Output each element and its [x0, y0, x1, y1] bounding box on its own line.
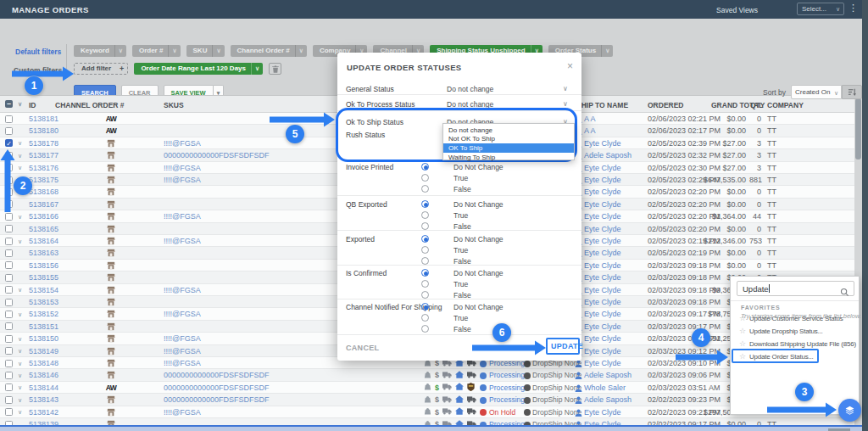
- row-checkbox[interactable]: [5, 347, 13, 355]
- sku-link[interactable]: 0000000000000FDSFSDFSDF: [164, 151, 270, 160]
- radio-false[interactable]: [421, 325, 429, 333]
- row-checkbox[interactable]: [5, 164, 13, 171]
- ship-to-name-link[interactable]: Eyte Clyde: [584, 322, 621, 331]
- order-id-link[interactable]: 5138156: [29, 261, 58, 270]
- order-id-link[interactable]: 5138144: [29, 383, 58, 392]
- header-company[interactable]: COMPANY: [767, 101, 804, 109]
- order-id-link[interactable]: 5138177: [29, 151, 58, 160]
- favorite-item-update-order-status-[interactable]: ☆Update Order Status...: [731, 350, 859, 363]
- radio-false[interactable]: [421, 257, 429, 265]
- star-icon[interactable]: ☆: [739, 352, 746, 361]
- ship-to-name-link[interactable]: Eyte Clyde: [584, 310, 621, 318]
- order-id-link[interactable]: 5138168: [29, 188, 58, 196]
- ship-to-name-link[interactable]: Eyte Clyde: [584, 249, 621, 257]
- order-id-link[interactable]: 5138181: [29, 115, 58, 123]
- sku-link[interactable]: 0000000000000FDSFSDFSDF: [164, 395, 270, 404]
- row-expand-chevron-icon[interactable]: ∨: [18, 140, 22, 147]
- select-all-checkbox[interactable]: –: [5, 100, 13, 108]
- sku-link[interactable]: !!!!@FGSA: [164, 334, 201, 343]
- header-skus[interactable]: SKUS: [164, 101, 184, 109]
- filter-chip-add-filter[interactable]: Add filter+: [74, 63, 128, 75]
- order-id-link[interactable]: 5138165: [29, 225, 58, 233]
- sku-link[interactable]: !!!!@FGSA: [164, 212, 201, 221]
- ship-to-name-link[interactable]: Eyte Clyde: [584, 298, 621, 306]
- row-expand-chevron-icon[interactable]: ∨: [18, 372, 22, 379]
- row-expand-chevron-icon[interactable]: ∨: [18, 384, 22, 391]
- select-value-general-status[interactable]: Do not change: [447, 85, 493, 93]
- ship-to-name-link[interactable]: Eyte Clyde: [584, 359, 621, 367]
- order-id-link[interactable]: 5138166: [29, 212, 58, 221]
- ship-to-name-link[interactable]: Eyte Clyde: [584, 261, 621, 270]
- order-id-link[interactable]: 5138148: [29, 359, 58, 367]
- header-ship-to-name[interactable]: SHIP TO NAME: [576, 101, 628, 109]
- filter-chip-order-date-range-last-120-days[interactable]: Order Date Range Last 120 Days∨: [134, 63, 263, 75]
- ship-to-name-link[interactable]: Eyte Clyde: [584, 237, 621, 245]
- ship-to-name-link[interactable]: Eyte Clyde: [584, 286, 621, 294]
- sku-link[interactable]: !!!!@FGSA: [164, 139, 201, 148]
- trash-icon[interactable]: [269, 63, 281, 75]
- star-icon[interactable]: ☆: [739, 339, 746, 348]
- order-id-link[interactable]: 5138176: [29, 164, 58, 172]
- order-id-link[interactable]: 5138154: [29, 286, 58, 294]
- row-expand-chevron-icon[interactable]: ∨: [18, 311, 22, 318]
- saved-views-select[interactable]: Select... ∨: [797, 3, 844, 15]
- ship-to-name-link[interactable]: Eyte Clyde: [584, 273, 621, 282]
- row-checkbox[interactable]: [5, 238, 13, 245]
- order-id-link[interactable]: 5138146: [29, 371, 58, 379]
- order-id-link[interactable]: 5138150: [29, 334, 58, 343]
- filter-chip-channel-order-[interactable]: Channel Order #∨: [231, 45, 307, 57]
- dropdown-option-ok-to-ship[interactable]: OK To Ship: [443, 143, 574, 153]
- row-expand-chevron-icon[interactable]: ∨: [18, 238, 22, 245]
- row-expand-chevron-icon[interactable]: ∨: [18, 361, 22, 367]
- row-checkbox[interactable]: [5, 299, 13, 306]
- ship-to-name-link[interactable]: Eyte Clyde: [584, 212, 621, 221]
- radio-false[interactable]: [421, 291, 429, 299]
- row-expand-chevron-icon[interactable]: ∨: [18, 177, 22, 184]
- ship-to-name-link[interactable]: Adele Saposh: [584, 395, 632, 404]
- ship-to-name-link[interactable]: A A: [584, 115, 596, 123]
- ship-to-name-link[interactable]: Adele Saposh: [584, 371, 632, 379]
- header-qty[interactable]: QTY: [750, 101, 765, 109]
- row-checkbox[interactable]: [5, 383, 13, 391]
- order-id-link[interactable]: 5138178: [29, 139, 58, 148]
- row-expand-chevron-icon[interactable]: ∨: [18, 153, 22, 160]
- order-id-link[interactable]: 5138164: [29, 237, 58, 245]
- filter-chip-sku[interactable]: SKU∨: [186, 45, 225, 57]
- radio-true[interactable]: [421, 174, 429, 182]
- radio-false[interactable]: [421, 185, 429, 193]
- row-expand-chevron-icon[interactable]: ∨: [18, 348, 22, 355]
- order-id-link[interactable]: 5138163: [29, 249, 58, 257]
- radio-do-not-change[interactable]: [421, 303, 429, 311]
- header-id[interactable]: ID: [29, 101, 36, 109]
- row-checkbox[interactable]: [5, 311, 13, 318]
- sku-link[interactable]: !!!!@FGSA: [164, 359, 201, 367]
- row-expand-chevron-icon[interactable]: ∨: [18, 165, 22, 171]
- ship-to-name-link[interactable]: Eyte Clyde: [584, 334, 621, 343]
- row-expand-chevron-icon[interactable]: ∨: [18, 409, 22, 416]
- row-checkbox[interactable]: ✓: [5, 139, 13, 147]
- order-id-link[interactable]: 5138175: [29, 176, 58, 184]
- order-id-link[interactable]: 5138152: [29, 310, 58, 318]
- row-checkbox[interactable]: [5, 372, 13, 379]
- ship-to-name-link[interactable]: Eyte Clyde: [584, 408, 621, 417]
- sku-link[interactable]: !!!!@FGSA: [164, 176, 201, 184]
- favorite-item-update-customer-service-status[interactable]: ☆Update Customer Service Status: [731, 312, 859, 325]
- row-checkbox[interactable]: [5, 200, 13, 208]
- sku-link[interactable]: !!!!@FGSA: [164, 237, 201, 245]
- radio-true[interactable]: [421, 246, 429, 254]
- sku-link[interactable]: !!!!@FGSA: [164, 408, 201, 417]
- row-expand-chevron-icon[interactable]: ∨: [18, 214, 22, 221]
- order-id-link[interactable]: 5138153: [29, 298, 58, 306]
- sort-field-select[interactable]: Created On ∨: [791, 85, 842, 99]
- radio-do-not-change[interactable]: [421, 269, 429, 277]
- favorite-item-download-shipping-update-file-856-[interactable]: ☆Download Shipping Update File (856): [731, 338, 859, 350]
- row-checkbox[interactable]: [5, 360, 13, 367]
- sku-link[interactable]: !!!!@FGSA: [164, 164, 201, 172]
- sku-link[interactable]: !!!!@FGSA: [164, 286, 201, 294]
- row-checkbox[interactable]: [5, 152, 13, 160]
- row-checkbox[interactable]: [5, 322, 13, 330]
- sort-direction-button[interactable]: [842, 85, 862, 99]
- row-checkbox[interactable]: [5, 115, 13, 123]
- sku-link[interactable]: !!!!@FGSA: [164, 310, 201, 318]
- row-expand-chevron-icon[interactable]: ∨: [18, 397, 22, 404]
